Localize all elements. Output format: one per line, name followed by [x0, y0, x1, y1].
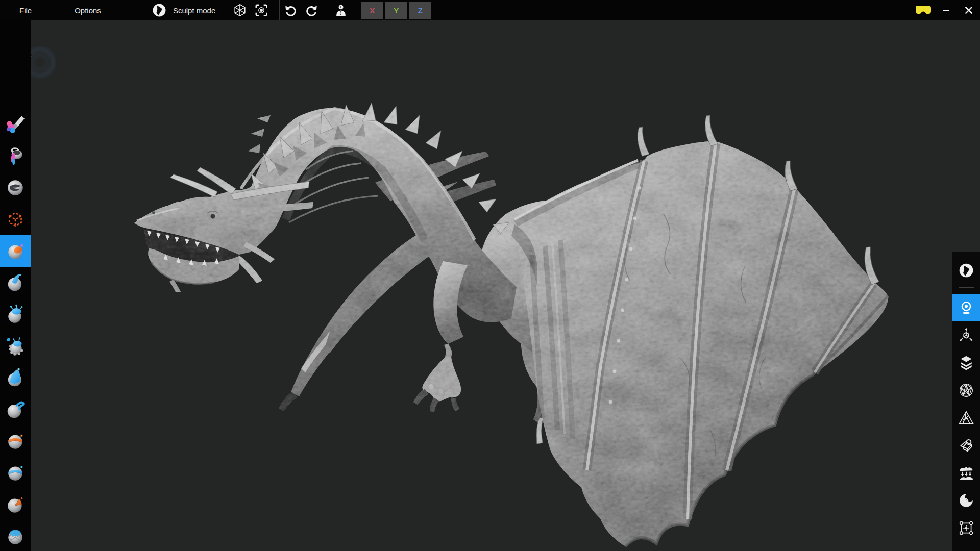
tool-curl-tool[interactable] [0, 393, 31, 425]
menu-options[interactable]: Options [67, 0, 108, 20]
paint-bucket-icon [5, 146, 26, 166]
mesh-sphere-icon [5, 525, 26, 546]
band-cut-blue-icon [5, 462, 26, 483]
vr-mode-button[interactable] [912, 0, 935, 20]
symmetry-axis-group: XYZ [359, 2, 431, 19]
tool-paint-bucket[interactable] [0, 140, 31, 172]
undo-icon [283, 3, 298, 17]
redo-icon [305, 3, 319, 17]
tool-wedge-cut[interactable] [0, 488, 31, 520]
titlebar: File Options Sculpt mode XYZ [0, 0, 980, 20]
tool-clay-blob[interactable] [0, 235, 31, 267]
band-cut-orange-icon [5, 431, 26, 451]
tool-inflate-cone[interactable] [0, 362, 31, 393]
close-icon [962, 4, 975, 17]
mode-label: Sculpt mode [173, 6, 215, 15]
app-window: File Options Sculpt mode XYZ [0, 0, 980, 551]
wireframe-gem-icon [233, 3, 247, 17]
view-boolean-shapes[interactable] [952, 432, 980, 459]
vr-headset-icon [915, 5, 932, 16]
symmetry-axis-z-button[interactable]: Z [409, 2, 431, 19]
spike-buildup-icon [5, 272, 26, 293]
tool-scatter-spray[interactable] [0, 330, 31, 362]
view-camera[interactable] [952, 294, 980, 321]
minimize-button[interactable] [935, 0, 958, 20]
smudge-icon [5, 178, 26, 198]
bounding-frame-icon [958, 520, 974, 536]
symmetry-button[interactable] [330, 0, 352, 20]
tool-band-cut-blue[interactable] [0, 457, 31, 488]
undo-button[interactable] [280, 0, 301, 20]
toolbar-divider [959, 287, 974, 288]
camera-icon [958, 299, 974, 316]
tool-paint-brush[interactable] [0, 109, 31, 140]
view-layers[interactable] [952, 349, 980, 377]
sculpt-blade-icon [152, 3, 167, 18]
boolean-shapes-icon [958, 437, 974, 454]
tool-spike-buildup[interactable] [0, 267, 31, 298]
tool-voxel-cube[interactable] [0, 204, 31, 235]
wedge-cut-icon [5, 494, 26, 514]
bake-terrain-icon [958, 465, 974, 481]
menu-file[interactable]: File [12, 0, 39, 20]
tool-band-cut-orange[interactable] [0, 425, 31, 457]
layers-icon [958, 355, 974, 371]
mode-indicator[interactable]: Sculpt mode [146, 0, 220, 20]
titlebar-divider [137, 0, 137, 20]
curl-tool-icon [5, 399, 26, 419]
view-move-gizmo[interactable] [952, 321, 980, 349]
tessellate-triangle-icon [958, 410, 974, 426]
sculpt-tools-toolbar [0, 20, 31, 551]
swirl-sphere-icon [958, 492, 974, 509]
mirror-person-icon [334, 3, 348, 17]
scatter-spray-icon [5, 336, 26, 356]
inflate-cone-icon [5, 367, 26, 388]
redo-button[interactable] [301, 0, 323, 20]
view-sculpt-blade[interactable] [952, 257, 980, 284]
tool-clay-crawler[interactable] [0, 298, 31, 330]
viewport-3d[interactable] [0, 0, 980, 551]
paint-brush-icon [5, 114, 26, 135]
minimize-icon [940, 4, 953, 17]
symmetry-axis-x-button[interactable]: X [361, 2, 383, 19]
geodesic-sphere-icon [958, 382, 974, 398]
tool-mesh-sphere[interactable] [0, 520, 31, 551]
move-gizmo-icon [958, 327, 974, 343]
wireframe-view-button[interactable] [229, 0, 251, 20]
view-geodesic-sphere[interactable] [952, 377, 980, 404]
voxel-cube-icon [5, 209, 26, 230]
focus-frame-icon [254, 3, 268, 17]
view-swirl-sphere[interactable] [952, 487, 980, 514]
view-tessellate-triangle[interactable] [952, 404, 980, 432]
view-bounding-frame[interactable] [952, 514, 980, 542]
tool-smudge[interactable] [0, 172, 31, 204]
view-bake-terrain[interactable] [952, 459, 980, 487]
close-button[interactable] [958, 0, 980, 20]
clay-blob-icon [5, 241, 26, 261]
focus-frame-button[interactable] [251, 0, 272, 20]
view-options-toolbar [952, 252, 980, 551]
clay-crawler-icon [5, 304, 26, 324]
sculpt-blade-icon [958, 262, 974, 279]
dragon-eye [211, 214, 215, 219]
symmetry-axis-y-button[interactable]: Y [385, 2, 407, 19]
